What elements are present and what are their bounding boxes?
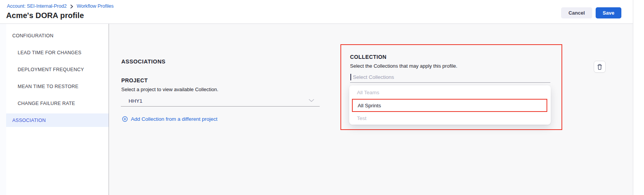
collection-option-all-teams[interactable]: All Teams bbox=[349, 86, 551, 99]
sidebar-item-mean-time-to-restore[interactable]: MEAN TIME TO RESTORE bbox=[6, 80, 109, 93]
project-field-label: PROJECT bbox=[121, 77, 148, 83]
collection-highlight-box: COLLECTION Select the Collections that m… bbox=[340, 44, 562, 130]
chevron-right-icon bbox=[70, 5, 73, 8]
scrollbar-track[interactable] bbox=[633, 0, 644, 195]
chevron-down-icon bbox=[309, 99, 314, 102]
sidebar-item-lead-time-for-changes[interactable]: LEAD TIME FOR CHANGES bbox=[6, 46, 109, 59]
project-select-value: HHY1 bbox=[129, 98, 142, 104]
profile-sections-sidebar: CONFIGURATION LEAD TIME FOR CHANGES DEPL… bbox=[6, 24, 109, 195]
sidebar-item-association[interactable]: ASSOCIATION bbox=[6, 113, 109, 127]
associations-section-title: ASSOCIATIONS bbox=[121, 58, 165, 65]
delete-association-button[interactable] bbox=[594, 61, 606, 73]
workflow-profile-page: Account: SEI-Internal-Prod2 Workflow Pro… bbox=[0, 0, 644, 195]
add-collection-link-label: Add Collection from a different project bbox=[131, 116, 218, 122]
association-panel: ASSOCIATIONS PROJECT Select a project to… bbox=[109, 24, 633, 195]
project-select[interactable]: HHY1 bbox=[121, 95, 320, 107]
cancel-button[interactable]: Cancel bbox=[561, 7, 592, 18]
page-title: Acme's DORA profile bbox=[6, 11, 84, 20]
collections-dropdown-menu: All Teams All Sprints Test bbox=[349, 85, 551, 125]
collection-field-label: COLLECTION bbox=[350, 54, 386, 60]
left-edge-rail bbox=[0, 24, 6, 195]
plus-circle-icon bbox=[122, 116, 128, 122]
page-header: Account: SEI-Internal-Prod2 Workflow Pro… bbox=[0, 0, 633, 24]
breadcrumb: Account: SEI-Internal-Prod2 Workflow Pro… bbox=[7, 3, 114, 9]
sidebar-item-change-failure-rate[interactable]: CHANGE FAILURE RATE bbox=[6, 97, 109, 110]
trash-icon bbox=[597, 64, 603, 70]
add-collection-link[interactable]: Add Collection from a different project bbox=[122, 116, 218, 122]
collections-select-input[interactable]: Select Collections bbox=[350, 72, 550, 83]
save-button[interactable]: Save bbox=[596, 7, 621, 18]
text-cursor bbox=[350, 74, 351, 80]
breadcrumb-workflow-profiles-link[interactable]: Workflow Profiles bbox=[77, 3, 114, 9]
collection-field-description: Select the Collections that may apply th… bbox=[350, 63, 457, 69]
breadcrumb-account-link[interactable]: Account: SEI-Internal-Prod2 bbox=[7, 3, 67, 9]
sidebar-item-deployment-frequency[interactable]: DEPLOYMENT FREQUENCY bbox=[6, 63, 109, 76]
collection-option-test[interactable]: Test bbox=[349, 112, 551, 125]
project-field-description: Select a project to view available Colle… bbox=[121, 87, 218, 92]
collection-option-all-sprints[interactable]: All Sprints bbox=[352, 99, 547, 112]
sidebar-item-configuration[interactable]: CONFIGURATION bbox=[6, 29, 109, 42]
collections-input-placeholder: Select Collections bbox=[353, 74, 394, 80]
